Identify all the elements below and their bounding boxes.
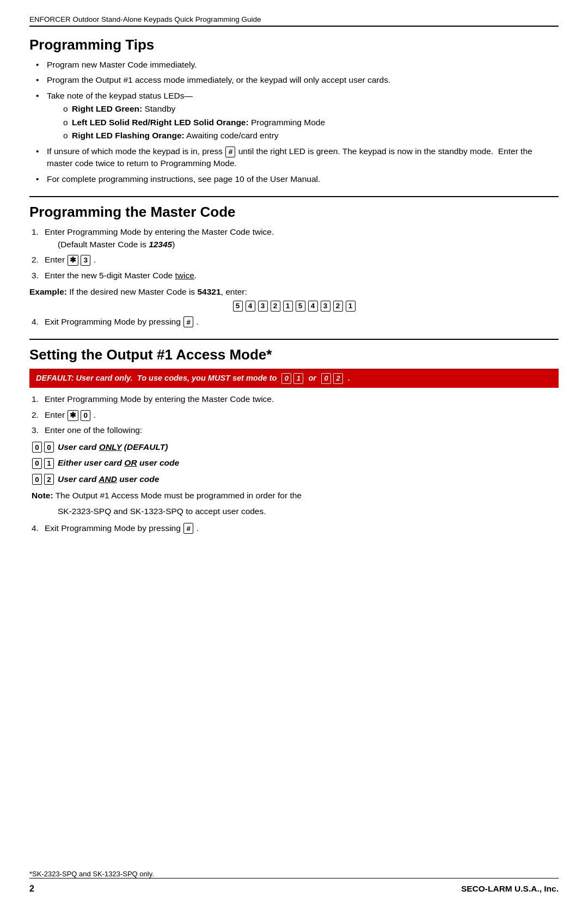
mode-key-0a: 0 bbox=[32, 442, 42, 453]
key-0-output: 0 bbox=[81, 410, 90, 421]
output-note: Note: The Output #1 Access Mode must be … bbox=[29, 489, 559, 502]
step3-text: Enter the new 5-digit Master Code twice. bbox=[45, 271, 197, 280]
ex-key-4b: 4 bbox=[308, 301, 318, 312]
led-green-label: Right LED Green: bbox=[72, 104, 142, 113]
page-footer: 2 SECO-LARM U.S.A., Inc. bbox=[29, 878, 559, 894]
led-flashing-orange-label: Right LED Flashing Orange: bbox=[72, 131, 185, 140]
section2-title: Programming the Master Code bbox=[29, 204, 559, 221]
ex-key-1a: 1 bbox=[283, 301, 293, 312]
ex-key-5a: 5 bbox=[233, 301, 243, 312]
hash-key-tip4: # bbox=[225, 147, 235, 157]
section-programming-tips: Programming Tips Program new Master Code… bbox=[29, 30, 559, 190]
master-step-1: 1. Enter Programming Mode by entering th… bbox=[32, 226, 559, 251]
output-step-4: 4. Exit Programming Mode by pressing # . bbox=[32, 522, 559, 534]
hash-key-exit: # bbox=[183, 316, 193, 327]
key-3: 3 bbox=[81, 255, 90, 266]
mode-00-label: User card ONLY (DEFAULT) bbox=[58, 441, 168, 453]
led-red-orange: Left LED Solid Red/Right LED Solid Orang… bbox=[63, 117, 559, 129]
red-banner: DEFAULT: User card only. To use codes, y… bbox=[29, 369, 559, 388]
star-key-output: ✱ bbox=[68, 410, 78, 421]
output-note-indent: SK-2323-SPQ and SK-1323-SPQ to accept us… bbox=[29, 505, 559, 517]
banner-key-1a: 1 bbox=[293, 373, 303, 384]
ex-key-2a: 2 bbox=[271, 301, 280, 312]
example-line: Example: If the desired new Master Code … bbox=[29, 286, 559, 298]
tips-list: Program new Master Code immediately. Pro… bbox=[29, 59, 559, 185]
mode-key-0c: 0 bbox=[32, 458, 42, 469]
example-key-sequence: 5 4 3 2 1 5 4 3 2 1 bbox=[29, 301, 559, 312]
output-step2-text: Enter ✱ 0 . bbox=[45, 410, 96, 419]
mode-00-keys: 0 0 bbox=[32, 442, 54, 453]
master-step-4: 4. Exit Programming Mode by pressing # . bbox=[32, 316, 559, 328]
company-name: SECO-LARM U.S.A., Inc. bbox=[461, 884, 559, 894]
footer-footnote: *SK-2323-SPQ and SK-1323-SPQ only. bbox=[29, 868, 559, 878]
example-code: 54321 bbox=[197, 287, 220, 296]
ex-key-4a: 4 bbox=[246, 301, 255, 312]
mode-key-2a: 2 bbox=[44, 474, 54, 485]
section-master-code: Programming the Master Code 1. Enter Pro… bbox=[29, 197, 559, 332]
tip-5: For complete programming instructions, s… bbox=[35, 173, 559, 185]
output-step4-list: 4. Exit Programming Mode by pressing # . bbox=[29, 522, 559, 534]
doc-title: ENFORCER Outdoor Stand-Alone Keypads Qui… bbox=[29, 15, 261, 23]
default-code-note: (Default Master Code is 12345) bbox=[45, 239, 559, 251]
banner-keys-02: 0 2 bbox=[321, 373, 344, 384]
hash-key-output-exit: # bbox=[183, 523, 193, 534]
tip-2: Program the Output #1 access mode immedi… bbox=[35, 74, 559, 86]
banner-key-0a: 0 bbox=[281, 373, 291, 384]
mode-02-keys: 0 2 bbox=[32, 474, 54, 485]
example-label: Example: bbox=[29, 287, 67, 296]
banner-text: DEFAULT: User card only. To use codes, y… bbox=[36, 374, 350, 382]
step2-key-sequence: ✱ 3 bbox=[67, 255, 91, 266]
led-sublist: Right LED Green: Standby Left LED Solid … bbox=[47, 103, 559, 142]
output-step-3: 3. Enter one of the following: bbox=[32, 424, 559, 436]
tip4-text: If unsure of which mode the keypad is in… bbox=[47, 147, 532, 168]
mode-option-02: 0 2 User card AND user code bbox=[29, 473, 559, 485]
mode-02-label: User card AND user code bbox=[58, 473, 159, 485]
led-flashing-orange: Right LED Flashing Orange: Awaiting code… bbox=[63, 130, 559, 142]
banner-keys-01: 0 1 bbox=[281, 373, 304, 384]
output-mode-steps: 1. Enter Programming Mode by entering th… bbox=[29, 393, 559, 436]
led-green: Right LED Green: Standby bbox=[63, 103, 559, 115]
output-step-2: 2. Enter ✱ 0 . bbox=[32, 409, 559, 421]
mode-option-00: 0 0 User card ONLY (DEFAULT) bbox=[29, 441, 559, 453]
tip-4: If unsure of which mode the keypad is in… bbox=[35, 145, 559, 170]
led-red-orange-label: Left LED Solid Red/Right LED Solid Orang… bbox=[72, 118, 249, 127]
ex-key-1b: 1 bbox=[346, 301, 356, 312]
mode-01-keys: 0 1 bbox=[32, 458, 54, 469]
master-step-2: 2. Enter ✱ 3 . bbox=[32, 254, 559, 266]
master-code-steps: 1. Enter Programming Mode by entering th… bbox=[29, 226, 559, 282]
section-output-mode: Setting the Output #1 Access Mode* DEFAU… bbox=[29, 340, 559, 539]
banner-key-2b: 2 bbox=[333, 373, 343, 384]
mode-key-0b: 0 bbox=[44, 442, 54, 453]
master-step-3: 3. Enter the new 5-digit Master Code twi… bbox=[32, 270, 559, 282]
step2-text: Enter ✱ 3 . bbox=[45, 255, 96, 264]
mode-option-01: 0 1 Either user card OR user code bbox=[29, 457, 559, 469]
star-key: ✱ bbox=[68, 255, 78, 266]
doc-header: ENFORCER Outdoor Stand-Alone Keypads Qui… bbox=[29, 15, 559, 27]
ex-key-3a: 3 bbox=[258, 301, 268, 312]
section3-title: Setting the Output #1 Access Mode* bbox=[29, 346, 559, 363]
banner-key-0b: 0 bbox=[321, 373, 331, 384]
ex-key-2b: 2 bbox=[333, 301, 343, 312]
ex-key-5b: 5 bbox=[296, 301, 305, 312]
step4-text: Exit Programming Mode by pressing # . bbox=[45, 317, 199, 326]
tip-1: Program new Master Code immediately. bbox=[35, 59, 559, 71]
ex-key-3b: 3 bbox=[321, 301, 330, 312]
master-code-step4: 4. Exit Programming Mode by pressing # . bbox=[29, 316, 559, 328]
mode-key-0d: 0 bbox=[32, 474, 42, 485]
page-number: 2 bbox=[29, 884, 34, 894]
tip-3: Take note of the keypad status LEDs— Rig… bbox=[35, 90, 559, 142]
default-code-value: 12345 bbox=[149, 240, 172, 249]
note-label: Note: bbox=[32, 491, 53, 500]
output-step4-text: Exit Programming Mode by pressing # . bbox=[45, 523, 199, 533]
section1-title: Programming Tips bbox=[29, 36, 559, 53]
page: ENFORCER Outdoor Stand-Alone Keypads Qui… bbox=[0, 0, 588, 909]
output-step-1: 1. Enter Programming Mode by entering th… bbox=[32, 393, 559, 405]
mode-01-label: Either user card OR user code bbox=[58, 457, 179, 469]
mode-key-1a: 1 bbox=[44, 458, 54, 469]
step2-keys-output: ✱ 0 bbox=[67, 410, 91, 421]
